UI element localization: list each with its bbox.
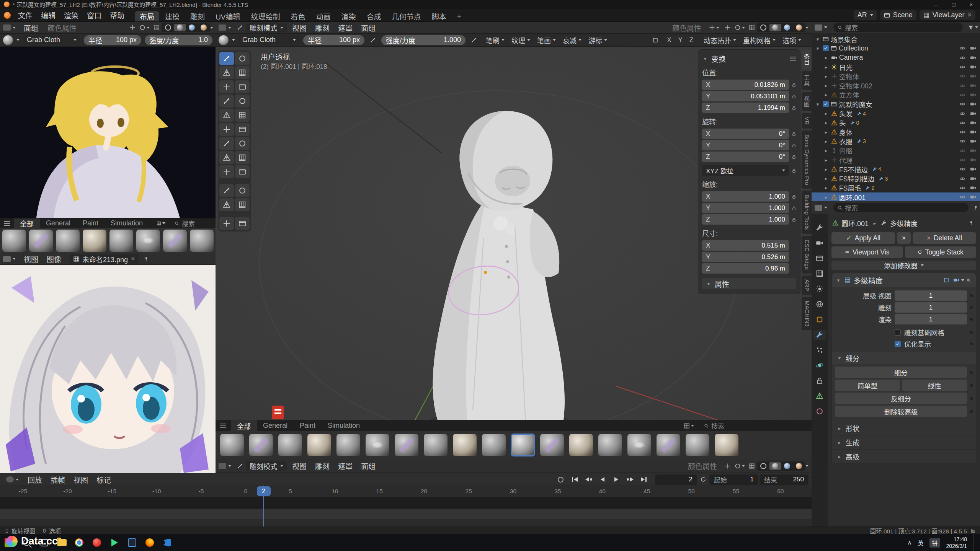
taskbar-browser-icon[interactable] (70, 534, 88, 551)
disable-render-icon[interactable] (970, 148, 976, 154)
brush-selector[interactable]: Grab Cloth (238, 35, 300, 45)
sidebar-tab-Bone Dynamics Pro[interactable]: Bone Dynamics Pro (802, 130, 812, 189)
menu-编辑[interactable]: 编辑 (37, 9, 60, 21)
ime-language-indicator[interactable]: 英 (918, 539, 923, 547)
viewport-menu-遮罩[interactable]: 遮罩 (334, 22, 357, 33)
lock-icon[interactable] (792, 168, 796, 173)
outliner-row[interactable]: ▸空物体.002 (812, 81, 980, 90)
properties-tab-material[interactable] (813, 406, 826, 416)
reference-viewport-canvas[interactable] (0, 47, 216, 218)
sculpt-tool-icon[interactable] (235, 137, 250, 150)
hide-viewport-icon[interactable] (959, 176, 965, 182)
expand-arrow[interactable]: ▾ (815, 36, 821, 42)
material-shading-icon[interactable] (781, 462, 793, 470)
workspace-tab[interactable]: 布局 (135, 11, 159, 21)
expand-arrow[interactable]: ▸ (823, 139, 829, 144)
transform-Y-field[interactable]: Y0.053101 m (702, 91, 789, 101)
outliner-row[interactable]: ▸FS特别描边3 (812, 174, 980, 183)
transform-X-field[interactable]: X0.01826 m (702, 80, 789, 90)
disable-render-icon[interactable] (970, 83, 976, 89)
outliner-row[interactable]: ▸FS不描边4 (812, 165, 980, 174)
workspace-tab[interactable]: 几何节点 (387, 11, 426, 21)
sync-icon[interactable] (698, 476, 708, 483)
outliner-row[interactable]: ▸Camera (812, 53, 980, 62)
toggle-stack-button[interactable]: Toggle Stack (905, 246, 977, 258)
playhead-frame-chip[interactable]: 2 (257, 486, 271, 496)
disable-render-icon[interactable] (970, 176, 976, 182)
shading-mode-switch[interactable] (757, 461, 805, 471)
workspace-tab[interactable]: 雕刻 (185, 11, 210, 21)
menu-帮助[interactable]: 帮助 (106, 9, 129, 21)
outliner-row[interactable]: ▸空物体 (812, 72, 980, 81)
expand-arrow[interactable]: ▸ (823, 92, 829, 98)
sculpt-tool-icon[interactable] (219, 137, 234, 150)
timeline-menu-视图[interactable]: 视图 (69, 473, 92, 486)
clear-button[interactable]: × (897, 232, 911, 244)
material-shading-icon[interactable] (781, 24, 793, 31)
brush-thumbnail[interactable] (249, 434, 273, 456)
brush-thumbnail[interactable] (2, 230, 26, 252)
workspace-tab[interactable]: 脚本 (427, 11, 451, 21)
frame-end-field[interactable]: 结束250 (760, 474, 808, 485)
transform-X-field[interactable]: X0° (702, 129, 789, 139)
wireframe-shading-icon[interactable] (758, 462, 769, 470)
modifier-section-高级[interactable]: ▸高级 (832, 449, 976, 463)
add-workspace-button[interactable]: + (452, 11, 466, 21)
strength-slider[interactable]: 强度/力度1.0 (145, 35, 212, 45)
hide-viewport-icon[interactable] (959, 129, 965, 135)
popover-动态拓扑[interactable]: 动态拓扑 (700, 35, 740, 45)
hide-viewport-icon[interactable] (959, 185, 965, 191)
outliner-row[interactable]: ▸骨骼 (812, 146, 980, 155)
workspace-tab[interactable]: 渲染 (336, 11, 361, 21)
brush-preview-icon[interactable] (219, 35, 229, 45)
lock-icon[interactable] (792, 94, 796, 99)
show-overlays-icon[interactable] (137, 24, 152, 31)
radius-pressure-icon[interactable] (368, 37, 378, 43)
brush-thumbnail[interactable] (163, 230, 187, 252)
minimize-button[interactable]: – (927, 0, 945, 9)
transform-Z-field[interactable]: Z1.000 (702, 214, 789, 225)
workspace-tab[interactable]: 合成 (362, 11, 386, 21)
hide-viewport-icon[interactable] (959, 194, 965, 200)
disable-render-icon[interactable] (970, 111, 976, 117)
properties-tab-physics[interactable] (813, 360, 826, 370)
brush-thumbnail[interactable] (29, 230, 53, 252)
tray-expand-icon[interactable]: ∧ (907, 539, 911, 546)
properties-tab-particles[interactable] (813, 345, 826, 355)
lock-icon[interactable] (792, 217, 796, 222)
hide-viewport-icon[interactable] (959, 83, 965, 89)
brush-thumbnail[interactable] (715, 434, 738, 456)
shelf-tab-Paint[interactable]: Paint (294, 420, 322, 431)
transform-Y-field[interactable]: Y0.526 m (702, 252, 789, 262)
lock-icon[interactable] (792, 143, 796, 148)
shading-dropdown-icon[interactable] (805, 465, 808, 467)
taskbar-player-icon[interactable] (106, 534, 123, 551)
mirror-Y-toggle[interactable]: Y (675, 36, 685, 45)
shelf-tab-General[interactable]: General (40, 218, 77, 228)
sculpt-tool-icon[interactable] (235, 165, 250, 178)
delete-all-button[interactable]: ×Delete All (913, 232, 976, 244)
shelf-search-input[interactable]: 搜索 (700, 421, 807, 430)
modifier-panel-header[interactable]: ▾ 多级精度 × (832, 273, 976, 287)
transform-panel-title[interactable]: 变换 (711, 54, 726, 64)
breadcrumb-object[interactable]: 圆环.001 (841, 218, 869, 228)
collection-checkbox[interactable]: ✓ (823, 101, 829, 107)
modifier-checkbox[interactable]: ✓优化显示 (895, 339, 967, 349)
sculpt-tool-icon[interactable] (219, 66, 234, 79)
lock-icon[interactable] (792, 206, 796, 210)
show-overlays-icon[interactable] (733, 24, 747, 31)
pin-icon[interactable] (972, 205, 980, 210)
thumbnail-size-icon[interactable] (155, 221, 167, 226)
taskbar-editor-icon[interactable] (158, 534, 176, 551)
toggle-xray-icon[interactable] (152, 24, 162, 31)
mirror-X-toggle[interactable]: X (664, 36, 674, 45)
brush-selector[interactable]: Grab Cloth (23, 35, 80, 45)
workspace-tab[interactable]: 纹理绘制 (246, 11, 285, 21)
solid-shading-icon[interactable] (174, 24, 186, 31)
properties-tab-scene[interactable] (813, 284, 826, 294)
display-render-icon[interactable] (951, 277, 961, 283)
properties-tab-modifiers[interactable] (813, 330, 826, 340)
shading-mode-switch[interactable] (757, 23, 805, 32)
outliner-row[interactable]: ▸立方体 (812, 90, 980, 99)
hide-viewport-icon[interactable] (959, 120, 965, 126)
